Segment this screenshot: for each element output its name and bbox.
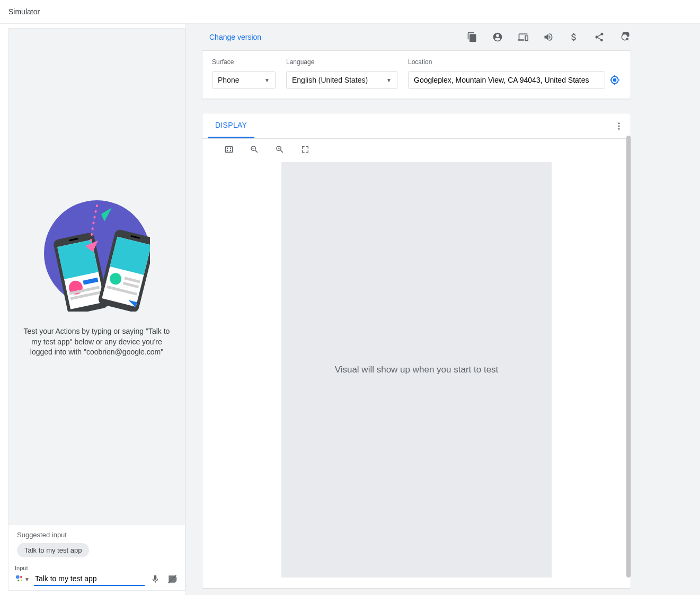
location-label: Location [408, 58, 621, 66]
svg-point-29 [227, 148, 227, 148]
chevron-down-icon: ▼ [264, 77, 270, 83]
intro-text: Test your Actions by typing or saying "T… [23, 326, 171, 358]
topbar-icon-group [466, 31, 631, 43]
svg-point-23 [17, 580, 19, 581]
right-topbar: Change version [202, 24, 631, 50]
svg-point-22 [21, 580, 22, 581]
change-version-link[interactable]: Change version [202, 33, 261, 41]
user-icon[interactable] [491, 31, 504, 43]
more-options-button[interactable] [613, 120, 625, 132]
svg-point-21 [20, 576, 22, 578]
svg-point-31 [227, 150, 227, 151]
chevron-down-icon: ▼ [386, 77, 392, 83]
suggested-input-label: Suggested input [17, 531, 176, 539]
input-section: Input ▼ [8, 562, 185, 590]
volume-icon[interactable] [542, 31, 555, 43]
hero-illustration [44, 195, 150, 314]
svg-rect-28 [225, 147, 233, 153]
fit-screen-icon[interactable] [224, 144, 234, 155]
svg-point-25 [618, 122, 620, 124]
devices-icon[interactable] [517, 31, 529, 43]
suggested-input-section: Suggested input Talk to my test app [8, 524, 185, 562]
svg-point-20 [16, 575, 20, 579]
tab-display[interactable]: DISPLAY [208, 113, 254, 138]
simulator-settings-card: Surface Phone ▼ Language English (United… [202, 50, 631, 99]
refresh-icon[interactable] [618, 31, 631, 43]
app-body: Test your Actions by typing or saying "T… [0, 24, 700, 595]
language-setting: Language English (United States) ▼ [286, 58, 397, 89]
scrollbar[interactable] [626, 136, 631, 578]
voice-disabled-icon[interactable] [166, 573, 179, 585]
copy-icon[interactable] [466, 31, 479, 43]
fullscreen-icon[interactable] [300, 144, 311, 155]
svg-point-26 [618, 125, 620, 127]
location-setting: Location [408, 58, 621, 89]
location-input[interactable] [408, 71, 605, 89]
language-label: Language [286, 58, 397, 66]
surface-value: Phone [218, 76, 239, 84]
page-title: Simulator [8, 7, 40, 16]
display-card: DISPLAY Visual will show up when you sta… [202, 113, 631, 589]
svg-point-27 [618, 128, 620, 129]
input-label: Input [15, 565, 179, 571]
language-dropdown[interactable]: English (United States) ▼ [286, 71, 397, 89]
zoom-in-icon[interactable] [274, 144, 285, 155]
display-canvas-wrap: Visual will show up when you start to te… [202, 160, 631, 588]
chat-empty-state: Test your Actions by typing or saying "T… [8, 29, 185, 524]
mic-button[interactable] [149, 573, 162, 585]
svg-point-32 [230, 150, 231, 151]
share-icon[interactable] [593, 31, 606, 43]
right-panel: Change version Surface Phone ▼ Langua [185, 24, 700, 595]
display-placeholder-text: Visual will show up when you start to te… [335, 365, 499, 375]
message-input[interactable] [34, 572, 145, 586]
dollar-icon[interactable] [568, 31, 580, 43]
display-toolbar [202, 139, 631, 160]
assistant-icon [15, 574, 23, 584]
surface-setting: Surface Phone ▼ [212, 58, 276, 89]
locate-me-button[interactable] [608, 74, 621, 86]
suggested-chip[interactable]: Talk to my test app [17, 543, 89, 557]
surface-label: Surface [212, 58, 276, 66]
display-tabs: DISPLAY [202, 113, 631, 139]
zoom-out-icon[interactable] [249, 144, 260, 155]
assistant-mode-dropdown[interactable]: ▼ [15, 574, 30, 584]
conversation-panel: Test your Actions by typing or saying "T… [8, 28, 185, 591]
chevron-down-icon: ▼ [24, 576, 30, 582]
surface-dropdown[interactable]: Phone ▼ [212, 71, 276, 89]
display-canvas: Visual will show up when you start to te… [281, 162, 552, 578]
page-title-bar: Simulator [0, 0, 700, 24]
language-value: English (United States) [292, 76, 368, 84]
svg-point-30 [230, 148, 231, 148]
